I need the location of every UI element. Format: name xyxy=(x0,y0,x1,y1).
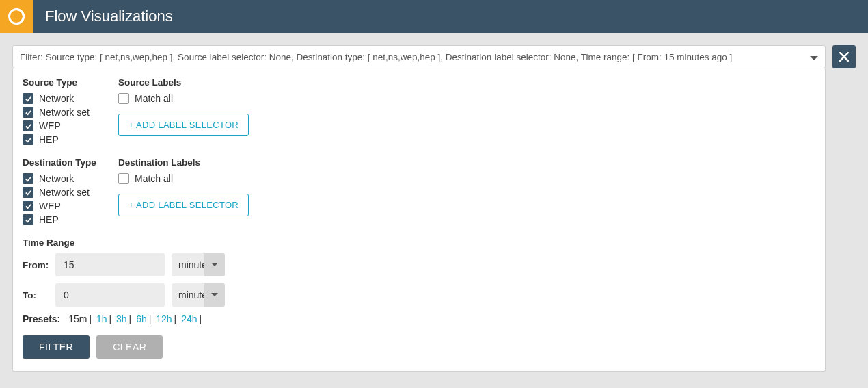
from-unit-select[interactable]: minute xyxy=(172,253,225,276)
preset-active[interactable]: 15m xyxy=(68,313,87,324)
checkbox-label: HEP xyxy=(39,214,59,225)
chevron-down-icon xyxy=(204,283,225,307)
time-range-title: Time Range xyxy=(23,237,815,248)
checkbox-label: Network xyxy=(39,173,74,184)
checkbox-unchecked-icon xyxy=(118,173,129,184)
source-type-network[interactable]: Network xyxy=(23,93,98,104)
filter-summary-text: Filter: Source type: [ net,ns,wep,hep ],… xyxy=(20,52,732,62)
checkbox-label: Match all xyxy=(135,93,173,104)
checkbox-label: Network set xyxy=(39,187,90,198)
from-value-input[interactable] xyxy=(55,253,165,276)
preset-24h[interactable]: 24h xyxy=(181,313,197,324)
dest-type-hep[interactable]: HEP xyxy=(23,214,98,225)
clear-button[interactable]: CLEAR xyxy=(96,335,163,359)
checkbox-checked-icon xyxy=(23,187,33,198)
source-type-network-set[interactable]: Network set xyxy=(23,107,98,118)
close-icon xyxy=(839,52,849,62)
checkbox-label: HEP xyxy=(39,134,59,145)
presets-row: Presets: 15m| 1h| 3h| 6h| 12h| 24h| xyxy=(23,313,815,324)
checkbox-checked-icon xyxy=(23,214,33,225)
app-logo-icon xyxy=(0,0,33,33)
checkbox-label: Network xyxy=(39,93,74,104)
preset-6h[interactable]: 6h xyxy=(136,313,147,324)
source-type-wep[interactable]: WEP xyxy=(23,120,98,131)
filter-panel: Source Type Network Network set WEP HEP xyxy=(12,68,826,372)
page-title: Flow Visualizations xyxy=(33,0,173,33)
dest-type-network-set[interactable]: Network set xyxy=(23,187,98,198)
from-label: From: xyxy=(23,260,49,270)
checkbox-checked-icon xyxy=(23,201,33,211)
source-labels-title: Source Labels xyxy=(118,77,249,88)
dest-type-network[interactable]: Network xyxy=(23,173,98,184)
checkbox-label: WEP xyxy=(39,201,61,211)
source-type-hep[interactable]: HEP xyxy=(23,134,98,145)
to-value-input[interactable] xyxy=(55,283,165,307)
preset-3h[interactable]: 3h xyxy=(116,313,127,324)
from-unit-label: minute xyxy=(178,259,207,270)
checkbox-label: WEP xyxy=(39,120,61,131)
filter-summary-bar[interactable]: Filter: Source type: [ net,ns,wep,hep ],… xyxy=(12,45,826,68)
presets-label: Presets: xyxy=(23,313,60,324)
dest-type-wep[interactable]: WEP xyxy=(23,201,98,211)
checkbox-unchecked-icon xyxy=(118,93,129,104)
dest-match-all[interactable]: Match all xyxy=(118,173,249,184)
dest-type-title: Destination Type xyxy=(23,157,98,168)
add-dest-label-button[interactable]: + ADD LABEL SELECTOR xyxy=(118,194,249,216)
preset-1h[interactable]: 1h xyxy=(96,313,107,324)
chevron-down-icon xyxy=(204,253,225,276)
add-source-label-button[interactable]: + ADD LABEL SELECTOR xyxy=(118,114,249,136)
checkbox-checked-icon xyxy=(23,93,33,104)
close-filter-button[interactable] xyxy=(832,45,856,68)
dest-labels-title: Destination Labels xyxy=(118,157,249,168)
to-label: To: xyxy=(23,290,49,300)
preset-12h[interactable]: 12h xyxy=(156,313,172,324)
filter-button[interactable]: FILTER xyxy=(23,335,90,359)
checkbox-label: Match all xyxy=(135,173,173,184)
checkbox-checked-icon xyxy=(23,120,33,131)
chevron-down-icon xyxy=(810,53,818,61)
checkbox-label: Network set xyxy=(39,107,90,118)
checkbox-checked-icon xyxy=(23,107,33,118)
checkbox-checked-icon xyxy=(23,134,33,145)
to-unit-select[interactable]: minutes xyxy=(172,283,225,307)
source-type-title: Source Type xyxy=(23,77,98,88)
app-header: Flow Visualizations xyxy=(0,0,868,33)
source-match-all[interactable]: Match all xyxy=(118,93,249,104)
checkbox-checked-icon xyxy=(23,173,33,184)
